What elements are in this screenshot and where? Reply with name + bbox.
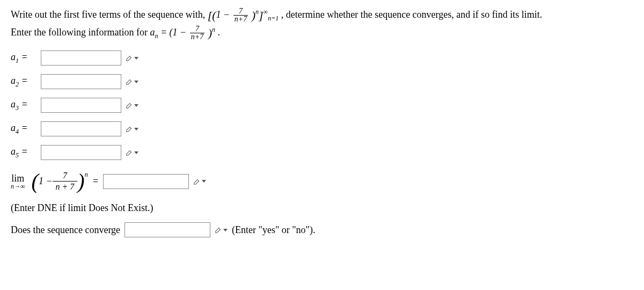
converge-input[interactable]	[125, 222, 210, 237]
infinity-sup: ∞	[264, 8, 268, 16]
a4-input[interactable]	[41, 121, 121, 136]
term-row-3: a3 =	[11, 98, 633, 113]
chevron-down-icon	[134, 128, 138, 130]
equation-editor-icon[interactable]	[215, 226, 228, 234]
chevron-down-icon	[202, 180, 206, 183]
a5-input[interactable]	[41, 145, 121, 160]
equation-editor-icon[interactable]	[126, 54, 138, 62]
dne-note: (Enter DNE if limit Does Not Exist.)	[11, 202, 633, 214]
a3-input[interactable]	[41, 98, 121, 113]
term-row-5: a5 =	[11, 145, 633, 160]
equation-editor-icon[interactable]	[126, 125, 138, 133]
a1-input[interactable]	[41, 50, 121, 66]
converge-question: Does the sequence converge	[11, 224, 120, 236]
equation-editor-icon[interactable]	[126, 78, 138, 85]
intro-line2a: Enter the following information for	[11, 27, 150, 38]
converge-row: Does the sequence converge (Enter "yes" …	[11, 222, 633, 237]
a2-input[interactable]	[41, 74, 121, 89]
term-row-1: a1 =	[11, 50, 633, 66]
term-row-4: a4 =	[11, 121, 633, 136]
equation-editor-icon[interactable]	[126, 149, 138, 156]
limit-expression: lim n→∞	[11, 173, 25, 190]
term-row-2: a2 =	[11, 74, 633, 89]
chevron-down-icon	[134, 104, 138, 107]
equation-editor-icon[interactable]	[193, 178, 206, 185]
limit-row: lim n→∞ ( 1 − 7 n + 7 ) n =	[11, 169, 633, 194]
limit-input[interactable]	[103, 174, 189, 189]
intro-line1b: , determine whether the sequence converg…	[281, 9, 543, 20]
n-eq-1-sub: n=1	[268, 14, 279, 21]
chevron-down-icon	[223, 229, 228, 231]
converge-hint: (Enter "yes" or "no").	[232, 224, 315, 236]
intro-text: Write out the first five terms of the se…	[11, 6, 633, 42]
chevron-down-icon	[134, 151, 138, 154]
intro-line1a: Write out the first five terms of the se…	[11, 9, 208, 20]
chevron-down-icon	[134, 57, 138, 60]
chevron-down-icon	[134, 81, 138, 83]
equation-editor-icon[interactable]	[126, 102, 138, 109]
